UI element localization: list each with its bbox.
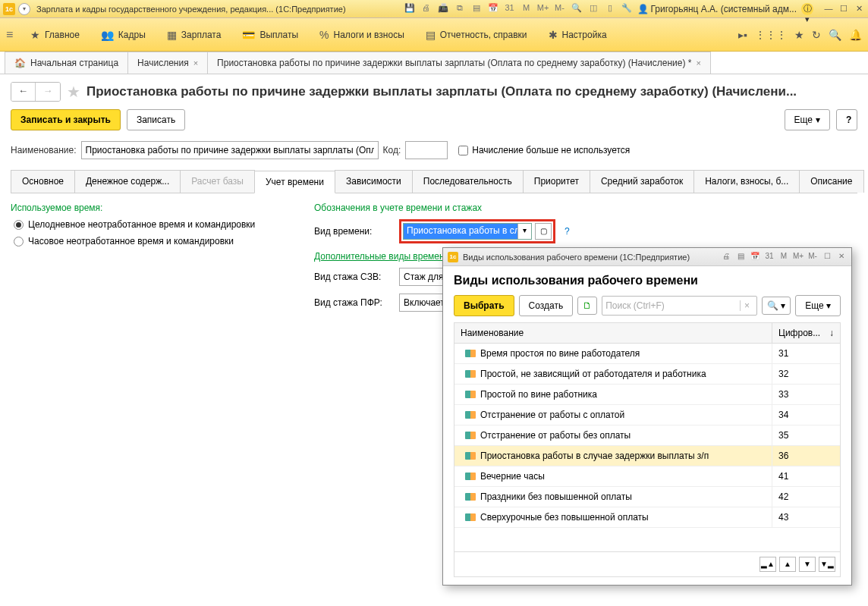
subtab-raschet[interactable]: Расчет базы — [180, 170, 255, 193]
info-icon[interactable]: ⓘ ▾ — [801, 3, 813, 15]
menu-history-icon[interactable]: ↻ — [812, 29, 821, 41]
name-input[interactable] — [81, 141, 379, 159]
dropdown-icon[interactable]: ▾ — [517, 224, 531, 239]
subtab-posled[interactable]: Последовательность — [412, 170, 524, 193]
calendar2-icon[interactable]: 31 — [504, 3, 516, 15]
print-icon[interactable]: 🖨 — [721, 252, 731, 262]
table-row[interactable]: Простой по вине работника33 — [454, 385, 840, 405]
help-button[interactable]: ? — [836, 109, 857, 130]
create-button[interactable]: Создать — [519, 295, 574, 316]
save-close-button[interactable]: Записать и закрыть — [11, 109, 121, 130]
more-button[interactable]: Еще▾ — [785, 109, 830, 130]
subtab-uchet[interactable]: Учет времени — [254, 171, 335, 193]
subtab-opisanie[interactable]: Описание — [799, 170, 863, 193]
menu-star-icon[interactable]: ★ — [794, 29, 804, 41]
table-row[interactable]: Сверхурочные без повышенной оплаты43 — [454, 507, 840, 528]
mminus-icon[interactable]: M- — [554, 3, 566, 15]
select-button[interactable]: Выбрать — [454, 295, 514, 316]
table-row[interactable]: Простой, не зависящий от работодателя и … — [454, 364, 840, 385]
nav-forward[interactable]: → — [36, 83, 60, 101]
menu-vyplaty[interactable]: 💳Выплаты — [233, 24, 307, 46]
more-button[interactable]: Еще ▾ — [795, 295, 841, 316]
menu-settings[interactable]: ✱Настройка — [539, 24, 616, 46]
tab-home[interactable]: 🏠Начальная страница — [5, 52, 128, 74]
menu-search-icon[interactable]: 🔍 — [829, 29, 841, 41]
table-row[interactable]: Отстранение от работы без оплаты35 — [454, 425, 840, 446]
mplus-icon[interactable]: M+ — [793, 252, 804, 262]
menu-otchet[interactable]: ▤Отчетность, справки — [417, 24, 536, 46]
maximize-icon[interactable]: ☐ — [822, 252, 832, 262]
menu-bell-icon[interactable]: 🔔 — [849, 29, 862, 41]
search-button[interactable]: 🔍 ▾ — [762, 297, 791, 315]
wrench-icon[interactable]: 🔧 — [621, 3, 633, 15]
nav-first[interactable]: ▂▲ — [760, 557, 776, 572]
save-button[interactable]: Записать — [127, 109, 185, 130]
row-code: 31 — [772, 344, 840, 363]
calc-icon[interactable]: ▤ — [735, 252, 746, 262]
current-user[interactable]: 👤Григорьянц А.А. (системный адм... — [637, 4, 797, 14]
calendar-icon[interactable]: 📅 — [750, 252, 760, 262]
menu-main[interactable]: ★Главное — [21, 24, 89, 46]
subtab-zavisimosti[interactable]: Зависимости — [335, 170, 413, 193]
subtab-denezhnoe[interactable]: Денежное содерж... — [74, 170, 181, 193]
favorite-star-icon[interactable]: ★ — [67, 83, 80, 101]
subtab-sredniy[interactable]: Средний заработок — [590, 170, 694, 193]
col-name[interactable]: Наименование — [454, 323, 772, 343]
mplus-icon[interactable]: M+ — [537, 3, 549, 15]
radio-hourly[interactable]: Часовое неотработанное время и командиро… — [14, 236, 291, 246]
subtab-nalogi[interactable]: Налоги, взносы, б... — [693, 170, 800, 193]
vid-vremeni-combo[interactable]: Приостановка работы в сл ▾ — [403, 223, 532, 240]
subtab-prioritet[interactable]: Приоритет — [523, 170, 590, 193]
nav-down[interactable]: ▼ — [799, 557, 816, 572]
close-icon[interactable]: × — [193, 58, 198, 68]
table-row[interactable]: Время простоя по вине работодателя31 — [454, 344, 840, 364]
clear-icon[interactable]: × — [740, 300, 753, 311]
menu-hamburger-icon[interactable]: ≡ — [6, 28, 21, 42]
menu-nalogi[interactable]: %Налоги и взносы — [310, 24, 414, 46]
layout-icon[interactable]: ◫ — [587, 3, 599, 15]
tab-current[interactable]: Приостановка работы по причине задержки … — [207, 52, 711, 74]
mminus-icon[interactable]: M- — [807, 252, 818, 262]
subtab-osnovnoe[interactable]: Основное — [11, 170, 75, 193]
print-preview-icon[interactable]: 🖨 — [420, 3, 432, 15]
search-input[interactable]: Поиск (Ctrl+F) × — [602, 296, 757, 316]
calendar2-icon[interactable]: 31 — [764, 252, 775, 262]
col-code[interactable]: Цифров...↓ — [772, 323, 840, 343]
nav-up[interactable]: ▲ — [779, 557, 796, 572]
close-button[interactable]: ✕ — [853, 4, 865, 14]
refresh-button[interactable]: 🗋 — [577, 297, 597, 315]
calc-icon[interactable]: ▤ — [470, 3, 483, 15]
print-icon[interactable]: 📠 — [437, 3, 449, 15]
field-help-icon[interactable]: ? — [565, 226, 570, 237]
table-row[interactable]: Приостановка работы в случае задержки вы… — [454, 446, 840, 466]
menu-kadry[interactable]: 👥Кадры — [92, 24, 155, 46]
menu-apps-icon[interactable]: ⋮⋮⋮ — [755, 29, 787, 41]
open-icon[interactable]: ▢ — [535, 223, 552, 240]
compare-icon[interactable]: ⧉ — [454, 3, 466, 15]
pfr-label: Вид стажа ПФР: — [314, 297, 393, 308]
calendar-icon[interactable]: 📅 — [487, 3, 499, 15]
radio-full-day[interactable]: Целодневное неотработанное время и коман… — [14, 219, 291, 230]
code-input[interactable] — [405, 141, 448, 159]
row-code: 36 — [772, 446, 840, 466]
table-row[interactable]: Праздники без повышенной оплаты42 — [454, 487, 840, 507]
menu-zarplata[interactable]: ▦Зарплата — [158, 24, 231, 46]
table-row[interactable]: Отстранение от работы с оплатой34 — [454, 405, 840, 425]
menu-play-icon[interactable]: ▸▪ — [738, 29, 747, 41]
table-row[interactable]: Вечерние часы41 — [454, 466, 840, 487]
tab-accruals[interactable]: Начисления× — [127, 52, 208, 74]
m-icon[interactable]: M — [520, 3, 533, 15]
nav-last[interactable]: ▼▂ — [819, 557, 835, 572]
m-icon[interactable]: M — [778, 252, 789, 262]
vid-vremeni-label: Вид времени: — [314, 226, 393, 237]
close-icon[interactable]: × — [696, 58, 700, 68]
minimize-button[interactable]: — — [822, 4, 835, 14]
app-menu-dropdown[interactable]: ▾ — [18, 3, 30, 15]
close-icon[interactable]: ✕ — [836, 252, 847, 262]
nav-back[interactable]: ← — [11, 83, 36, 101]
zoom-icon[interactable]: 🔍 — [571, 3, 583, 15]
save-icon[interactable]: 💾 — [404, 3, 416, 15]
panel-icon[interactable]: ▯ — [604, 3, 616, 15]
maximize-button[interactable]: ☐ — [838, 4, 850, 14]
not-used-checkbox[interactable] — [458, 146, 468, 155]
